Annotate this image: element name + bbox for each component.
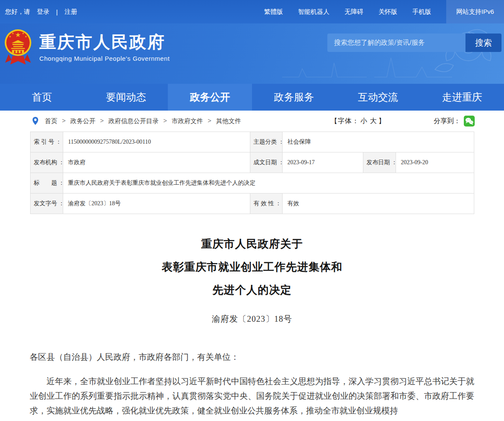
document-meta-table: 索 引 号 ： 11500000009275780L/2023-00110 主题…: [30, 132, 474, 214]
care-version-link[interactable]: 关怀版: [378, 8, 397, 16]
site-header: 重庆市人民政府 Chongqing Municipal People's Gov…: [0, 23, 504, 84]
breadcrumb-gov-info[interactable]: 政务公开: [70, 117, 95, 125]
font-size-prefix: 【字体：: [331, 117, 359, 124]
topic-category-value: 社会保障: [282, 132, 474, 152]
accessibility-link[interactable]: 无障碍: [345, 8, 363, 16]
nav-item-home[interactable]: 首页: [0, 84, 84, 111]
main-nav: 首页 要闻动态 政务公开 政务服务 互动交流 走进重庆: [0, 84, 504, 111]
search-button[interactable]: 搜索: [465, 34, 501, 52]
mobile-version-link[interactable]: 手机版: [412, 8, 431, 16]
document-title-line2: 表彰重庆市就业创业工作先进集体和: [30, 256, 474, 279]
document-title-line1: 重庆市人民政府关于: [30, 232, 474, 256]
share-label: 分享到：: [434, 117, 460, 126]
validity-value: 有效: [282, 194, 474, 214]
search-bar: 搜索: [327, 34, 501, 52]
breadcrumb-separator: >: [100, 118, 104, 125]
nav-item-about-chongqing[interactable]: 走进重庆: [420, 84, 504, 111]
site-subtitle: Chongqing Municipal People's Government: [39, 55, 170, 62]
doc-number-label: 发文字号 ：: [30, 194, 63, 214]
breadcrumb-separator: >: [163, 118, 167, 125]
font-size-controls: 【字体：小大】: [331, 117, 386, 126]
brand-text: 重庆市人民政府 Chongqing Municipal People's Gov…: [39, 32, 170, 62]
meta-row-docno: 发文字号 ： 渝府发〔2023〕18号 有 效 性 ： 有效: [30, 194, 474, 214]
issuing-agency-label: 发布机构 ：: [30, 152, 63, 173]
wechat-share-icon[interactable]: [464, 116, 475, 127]
topic-category-label: 主题分类 ：: [250, 132, 282, 152]
login-link[interactable]: 登录: [37, 8, 49, 16]
doc-title-label: 标 题 ：: [30, 173, 63, 194]
publish-date-label: 发布日期 ：: [363, 152, 396, 173]
smart-robot-link[interactable]: 智能机器人: [298, 8, 329, 16]
register-link[interactable]: 注册: [64, 8, 77, 16]
site-title: 重庆市人民政府: [39, 32, 170, 52]
nav-item-news[interactable]: 要闻动态: [84, 84, 168, 111]
location-pin-icon: [32, 116, 39, 126]
doc-number-value: 渝府发〔2023〕18号: [63, 194, 250, 214]
breadcrumb-other-documents[interactable]: 其他文件: [216, 117, 241, 125]
publish-date-value: 2023-09-20: [396, 152, 474, 173]
topbar: 您好，请 登录 | 注册 繁體版 智能机器人 无障碍 关怀版 手机版 网站支持I…: [0, 0, 504, 23]
search-input[interactable]: [327, 34, 465, 52]
written-date-value: 2023-09-17: [282, 152, 363, 173]
document-body: 重庆市人民政府关于 表彰重庆市就业创业工作先进集体和 先进个人的决定 渝府发〔2…: [30, 232, 474, 418]
national-emblem-logo: [4, 28, 32, 65]
nav-item-interaction[interactable]: 互动交流: [336, 84, 420, 111]
font-larger-button[interactable]: 大: [370, 117, 377, 124]
nav-item-gov-services[interactable]: 政务服务: [252, 84, 336, 111]
breadcrumb-info-catalog[interactable]: 政府信息公开目录: [108, 117, 159, 125]
validity-label: 有 效 性 ：: [250, 194, 282, 214]
issuing-agency-value: 市政府: [63, 152, 250, 173]
document-paragraph: 近年来，全市就业创业工作者坚持以习近平新时代中国特色社会主义思想为指导，深入学习…: [30, 374, 474, 418]
index-number-value: 11500000009275780L/2023-00110: [63, 132, 250, 152]
ipv6-support-link[interactable]: 网站支持IPv6: [446, 0, 504, 23]
meta-row-index: 索 引 号 ： 11500000009275780L/2023-00110 主题…: [30, 132, 474, 152]
greeting-text: 您好，请: [5, 8, 30, 16]
document-salutation: 各区县（自治县）人民政府，市政府各部门，有关单位：: [30, 351, 474, 363]
traditional-version-link[interactable]: 繁體版: [264, 8, 283, 16]
topbar-divider: |: [56, 8, 58, 15]
breadcrumb-city-documents[interactable]: 市政府文件: [172, 117, 203, 125]
site-brand: 重庆市人民政府 Chongqing Municipal People's Gov…: [4, 28, 170, 65]
share-group: 分享到：: [434, 116, 475, 127]
page-tools: 【字体：小大】 分享到：: [331, 116, 475, 127]
decorative-flower-pattern: [270, 23, 504, 84]
topbar-user-area: 您好，请 登录 | 注册: [5, 8, 77, 16]
index-number-label: 索 引 号 ：: [30, 132, 63, 152]
doc-title-value: 重庆市人民政府关于表彰重庆市就业创业工作先进集体和先进个人的决定: [63, 173, 474, 194]
breadcrumb-separator: >: [62, 118, 66, 125]
meta-row-title: 标 题 ： 重庆市人民政府关于表彰重庆市就业创业工作先进集体和先进个人的决定: [30, 173, 474, 194]
breadcrumb-row: 首页 > 政务公开 > 政府信息公开目录 > 市政府文件 > 其他文件 【字体：…: [0, 111, 504, 132]
topbar-links: 繁體版 智能机器人 无障碍 关怀版 手机版 网站支持IPv6: [264, 0, 504, 23]
font-smaller-button[interactable]: 小: [360, 117, 368, 124]
nav-item-gov-info[interactable]: 政务公开: [168, 84, 252, 111]
document-title: 重庆市人民政府关于 表彰重庆市就业创业工作先进集体和 先进个人的决定: [30, 232, 474, 302]
breadcrumb-home[interactable]: 首页: [45, 117, 57, 125]
document-number: 渝府发〔2023〕18号: [30, 313, 474, 325]
written-date-label: 成文日期 ：: [250, 152, 282, 173]
document-title-line3: 先进个人的决定: [30, 279, 474, 302]
meta-row-issuer: 发布机构 ： 市政府 成文日期 ： 2023-09-17 发布日期 ： 2023…: [30, 152, 474, 173]
font-size-suffix: 】: [378, 117, 386, 124]
breadcrumb-separator: >: [208, 118, 211, 125]
